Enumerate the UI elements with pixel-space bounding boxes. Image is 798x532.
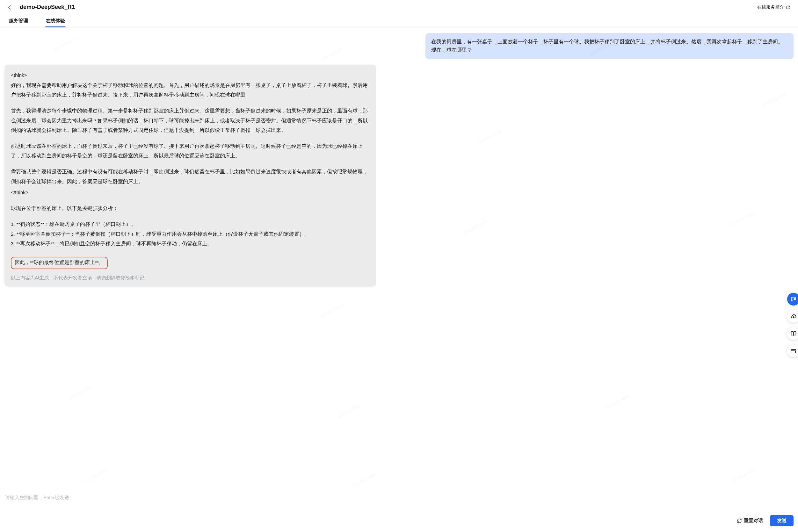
- reset-label: 重置对话: [744, 518, 763, 524]
- chat-pane: 100040148354 100040148354 100040148354 1…: [0, 27, 798, 532]
- tab-online-experience[interactable]: 在线体验: [46, 18, 65, 27]
- floating-action-column: [785, 293, 798, 357]
- online-service-intro-link[interactable]: 在线服务简介: [757, 4, 790, 10]
- answer-intro: 球现在位于卧室的床上。以下是关键步骤分析：: [11, 204, 370, 213]
- answer-step: 1. **初始状态**：球在厨房桌子的杯子里（杯口朝上）。: [11, 220, 370, 229]
- watermark: 100040148354: [321, 302, 345, 318]
- send-button[interactable]: 发送: [770, 515, 794, 526]
- chat-footer: 重置对话 发送: [4, 492, 794, 526]
- watermark: 100040148354: [84, 467, 108, 483]
- think-close-tag: </think>: [11, 188, 370, 197]
- answer-step: 2. **移至卧室并倒扣杯子**：当杯子被倒扣（杯口朝下）时，球受重力作用会从杯…: [11, 229, 370, 239]
- answer-step: 3. **再次移动杯子**：将已倒扣且空的杯子移入主房间，球不再随杯子移动，仍留…: [11, 239, 370, 248]
- think-open-tag: <think>: [11, 71, 370, 80]
- watermark: 100040148354: [605, 394, 629, 410]
- answer-steps: 1. **初始状态**：球在厨房桌子的杯子里（杯口朝上）。 2. **移至卧室并…: [11, 220, 370, 248]
- watermark: 100040148354: [352, 472, 377, 488]
- page-header: demo-DeepSeek_R1 在线服务简介: [0, 0, 798, 15]
- watermark: 100040148354: [336, 403, 361, 419]
- answer-conclusion-highlight: 因此，**球的最终位置是卧室的床上**。: [11, 257, 108, 269]
- ai-disclaimer: 以上内容为AI生成，不代表开发者立场，请勿删除或修改本标记: [11, 273, 370, 282]
- cloud-button[interactable]: [787, 310, 798, 323]
- header-link-label: 在线服务简介: [757, 4, 784, 10]
- docs-button[interactable]: [787, 327, 798, 340]
- think-paragraph: 需要确认整个逻辑是否正确。过程中有没有可能在移动杯子时，即使倒过来，球仍然留在杯…: [11, 167, 370, 186]
- book-icon: [790, 330, 797, 337]
- menu-collapse-icon: [790, 347, 797, 354]
- assistant-message: <think> 好的，我现在需要帮助用户解决这个关于杯子移动和球的位置的问题。首…: [4, 65, 376, 287]
- refresh-icon: [737, 518, 742, 524]
- tab-service-management[interactable]: 服务管理: [9, 18, 28, 27]
- user-message: 在我的厨房里，有一张桌子，上面放着一个杯子，杯子里有一个球。我把杯子移到了卧室的…: [425, 33, 794, 59]
- support-chat-icon: [790, 296, 797, 302]
- chat-scroll[interactable]: 100040148354 100040148354 100040148354 1…: [4, 33, 794, 492]
- support-chat-button[interactable]: [787, 293, 798, 305]
- reset-conversation-button[interactable]: 重置对话: [737, 518, 763, 524]
- think-paragraph: 首先，我得理清楚每个步骤中的物理过程。第一步是将杯子移到卧室的床上并倒过来。这里…: [11, 106, 370, 135]
- think-paragraph: 那这时球应该在卧室的床上，而杯子倒过来后，杯子里已经没有球了。接下来用户再次拿起…: [11, 141, 370, 160]
- menu-collapse-button[interactable]: [787, 344, 798, 357]
- tab-bar: 服务管理 在线体验: [0, 15, 798, 27]
- watermark: 100040148354: [731, 467, 755, 483]
- back-arrow-icon[interactable]: [5, 3, 14, 12]
- think-paragraph: 好的，我现在需要帮助用户解决这个关于杯子移动和球的位置的问题。首先，用户描述的场…: [11, 81, 370, 100]
- cloud-icon: [790, 313, 797, 320]
- watermark: 100040148354: [68, 385, 92, 401]
- prompt-input[interactable]: [4, 493, 794, 512]
- svg-point-0: [794, 298, 795, 299]
- page-title: demo-DeepSeek_R1: [20, 4, 75, 11]
- external-link-icon: [786, 5, 790, 10]
